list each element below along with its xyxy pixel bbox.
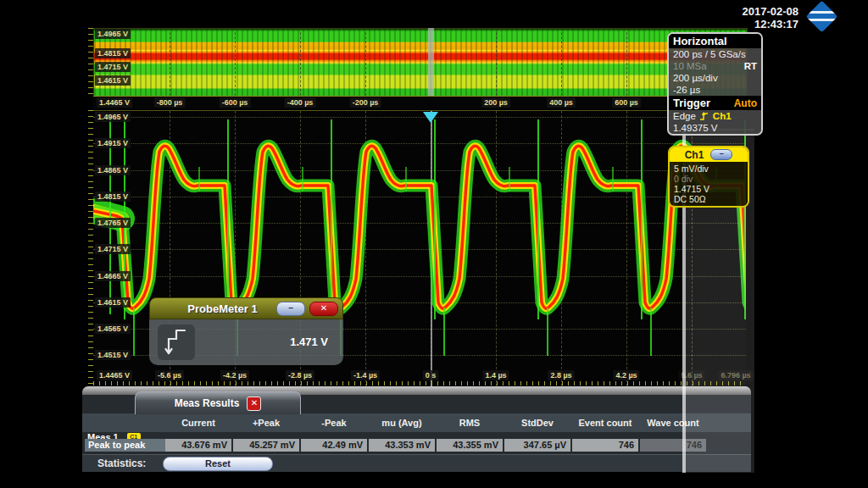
column-header: -Peak [301, 413, 367, 432]
statistics-row: Statistics: Reset [82, 454, 751, 472]
zoom-window-indicator[interactable] [428, 28, 434, 96]
value-current: 43.676 mV [165, 439, 231, 452]
main-t-label: -4.2 µs [220, 370, 249, 380]
ch1-signal-badge[interactable]: Ch1 – 5 mV/div 0 div 1.4715 V DC 50Ω [668, 146, 749, 208]
resolution-value: 200 ps / 5 GSa/s [673, 48, 746, 60]
main-v-label: 1.4765 V [95, 218, 131, 228]
gridline [300, 28, 301, 96]
tab-close-icon[interactable]: ✕ [247, 396, 261, 411]
datetime-display: 2017-02-08 12:43:17 [743, 5, 799, 30]
ch1-offset-value: 1.4715 V [674, 184, 743, 194]
overview-t-label: -200 µs [350, 97, 381, 108]
value-plus-peak: 45.257 mV [233, 439, 299, 452]
ch1-badge-header[interactable]: Ch1 – [670, 147, 748, 162]
gridline [561, 28, 562, 96]
oscilloscope-screen: 2017-02-08 12:43:17 1.4965 V 1.4815 V 1.… [0, 0, 868, 488]
main-t-label: -5.6 µs [155, 370, 184, 380]
horizontal-title-text: Horizontal [673, 35, 727, 47]
column-header: Current [165, 413, 231, 432]
trigger-source-value: Ch1 [713, 110, 732, 122]
value-rms: 43.355 mV [437, 439, 503, 452]
trigger-level-value: 1.49375 V [673, 122, 717, 134]
column-header: mu (Avg) [369, 413, 435, 432]
gridline [496, 28, 497, 96]
statistics-reset-button[interactable]: Reset [163, 457, 273, 471]
overview-waveform [93, 28, 748, 97]
value-minus-peak: 42.49 mV [301, 439, 367, 452]
overview-t-label: -400 µs [285, 97, 316, 108]
ch1-position-value: 0 div [674, 174, 743, 184]
gridline [235, 28, 236, 96]
ch1-minimize-button[interactable]: – [710, 149, 732, 160]
measurement-type-cell: Peak to peak [85, 439, 166, 452]
probemeter-value: 1.471 V [290, 336, 328, 348]
main-v-label: 1.4565 V [95, 324, 131, 334]
main-t-label: -2.8 µs [286, 370, 314, 380]
trigger-panel-title: Trigger Auto [669, 96, 761, 110]
column-header: StdDev [504, 413, 570, 432]
main-v-label: 1.4665 V [95, 271, 131, 281]
horizontal-position-value: -26 µs [673, 84, 700, 96]
main-v-label: 1.4815 V [95, 191, 131, 202]
ch1-badge-title: Ch1 [685, 149, 704, 161]
horizontal-position-row: -26 µs [669, 84, 761, 96]
horizontal-record-row: 10 MSa RT [669, 60, 761, 72]
main-v-label: 1.4515 V [95, 350, 131, 360]
probemeter-window[interactable]: ProbeMeter 1 – ✕ 1.471 V [149, 297, 343, 365]
results-header-row: Current +Peak -Peak mu (Avg) RMS StdDev … [82, 413, 751, 432]
trigger-level-row: 1.49375 V [669, 122, 761, 134]
rising-edge-icon [699, 111, 709, 121]
ch1-badge-body: 5 mV/div 0 div 1.4715 V DC 50Ω [670, 162, 748, 206]
trigger-title-text: Trigger [673, 97, 710, 109]
overview-t-label: 600 µs [612, 97, 641, 108]
main-t-label: 4.2 µs [613, 370, 639, 380]
main-v-label: 1.4965 V [95, 112, 131, 122]
overview-t-label: 400 µs [547, 97, 576, 108]
horizontal-panel-title: Horizontal [669, 34, 761, 48]
probemeter-probe-icon [158, 324, 195, 360]
main-t-label: -1.4 µs [351, 370, 380, 380]
overview-t-label: -800 µs [154, 97, 186, 108]
time-text: 12:43:17 [743, 18, 799, 30]
record-length-value: 10 MSa [673, 60, 707, 72]
value-event-count: 746 [572, 439, 638, 452]
gridline [365, 28, 366, 96]
main-corner-label: 1.4465 V [97, 370, 132, 380]
rohde-schwarz-logo-icon [805, 0, 837, 32]
main-t-label: 2.8 µs [548, 370, 574, 380]
trigger-position-marker-icon[interactable] [423, 112, 438, 123]
overview-corner-label: 1.4465 V [97, 97, 132, 108]
probemeter-titlebar[interactable]: ProbeMeter 1 – ✕ [149, 297, 343, 319]
ch1-scale-value: 5 mV/div [674, 164, 743, 174]
overview-t-label: -600 µs [220, 97, 251, 108]
value-mu-avg: 43.353 mV [369, 439, 435, 452]
horizontal-scale-row: 200 µs/div [669, 72, 761, 84]
date-text: 2017-02-08 [743, 5, 799, 18]
column-header: +Peak [233, 413, 299, 432]
main-t-label: 1.4 µs [482, 370, 509, 380]
tab-label: Meas Results [175, 397, 240, 409]
main-bottom-ticks [93, 381, 746, 385]
trigger-type-value: Edge [673, 110, 696, 122]
overview-v-label: 1.4615 V [95, 75, 131, 86]
meas-results-panel: Meas Results ✕ Current +Peak -Peak mu (A… [82, 386, 751, 471]
main-v-label: 1.4715 V [95, 244, 131, 254]
probemeter-body: 1.471 V [149, 319, 343, 365]
ch1-coupling-value: DC 50Ω [674, 194, 743, 204]
horizontal-resolution-row: 200 ps / 5 GSa/s [669, 48, 761, 60]
main-t-label: 0 s [423, 370, 439, 380]
main-v-label: 1.4915 V [95, 138, 131, 148]
gridline [170, 28, 170, 96]
tab-meas-results[interactable]: Meas Results ✕ [135, 391, 301, 414]
horizontal-trigger-dialog[interactable]: Horizontal 200 ps / 5 GSa/s 10 MSa RT 20… [667, 32, 763, 136]
overview-v-label: 1.4815 V [95, 48, 131, 58]
probemeter-close-button[interactable]: ✕ [309, 302, 338, 316]
overview-diagram[interactable]: 1.4965 V 1.4815 V 1.4715 V 1.4615 V 1.44… [93, 28, 746, 108]
overview-time-axis [93, 96, 746, 109]
probemeter-title-text: ProbeMeter 1 [150, 302, 276, 315]
trigger-source-row: Edge Ch1 [669, 110, 761, 122]
statistics-label: Statistics: [97, 455, 146, 472]
value-stddev: 347.65 µV [504, 439, 570, 452]
probemeter-minimize-button[interactable]: – [276, 302, 305, 316]
overview-t-label: 200 µs [481, 97, 510, 108]
